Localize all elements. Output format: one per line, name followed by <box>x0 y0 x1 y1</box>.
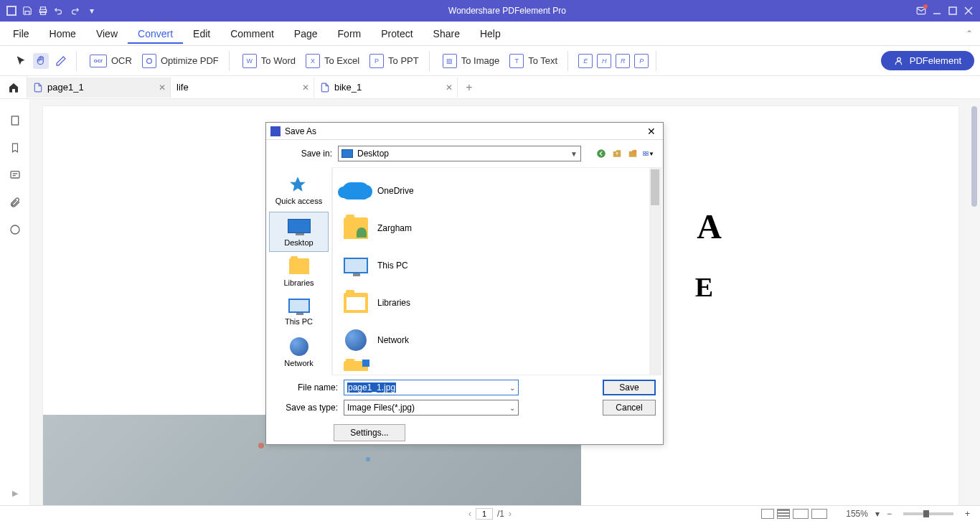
places-panel: Quick access Desktop Libraries This PC N… <box>266 167 332 375</box>
view-continuous-icon[interactable] <box>777 509 790 519</box>
file-item-libraries[interactable]: Libraries <box>337 284 656 321</box>
view-two-page-icon[interactable] <box>793 509 809 519</box>
minimize-icon[interactable] <box>930 4 944 18</box>
dialog-titlebar[interactable]: Save As ✕ <box>266 123 663 140</box>
view-single-icon[interactable] <box>761 509 774 519</box>
save-icon[interactable] <box>20 4 34 18</box>
chevron-down-icon[interactable]: ⌄ <box>509 384 515 392</box>
menu-file[interactable]: File <box>3 24 39 44</box>
expand-sidebar-icon[interactable]: ▶ <box>12 489 18 498</box>
to-rtf-icon[interactable]: R <box>616 54 630 68</box>
pdfelement-account-button[interactable]: PDFelement <box>881 51 974 70</box>
zoom-in-icon[interactable]: + <box>961 509 974 519</box>
next-page-icon[interactable]: › <box>509 509 512 519</box>
tab-close-icon[interactable]: ✕ <box>446 83 453 93</box>
to-word-button[interactable]: WTo Word <box>240 52 298 70</box>
place-network[interactable]: Network <box>269 332 329 372</box>
print-icon[interactable] <box>36 4 50 18</box>
to-excel-button[interactable]: XTo Excel <box>303 52 362 70</box>
menu-convert[interactable]: Convert <box>128 24 183 44</box>
close-window-icon[interactable] <box>961 4 976 18</box>
settings-button[interactable]: Settings... <box>334 424 405 441</box>
tab-label: page1_1 <box>47 82 84 93</box>
attachments-icon[interactable] <box>8 195 22 210</box>
mail-icon[interactable] <box>914 4 928 18</box>
svg-point-9 <box>147 58 152 63</box>
optimize-pdf-button[interactable]: Optimize PDF <box>139 52 222 70</box>
chevron-down-icon[interactable]: ⌄ <box>509 404 515 412</box>
search-panel-icon[interactable] <box>8 222 22 237</box>
back-nav-icon[interactable] <box>595 148 607 159</box>
view-grid-icon[interactable] <box>811 509 827 519</box>
home-tab-button[interactable] <box>0 76 27 99</box>
cancel-button[interactable]: Cancel <box>603 400 656 416</box>
tab-close-icon[interactable]: ✕ <box>159 83 166 93</box>
menu-protect[interactable]: Protect <box>371 24 423 44</box>
place-desktop[interactable]: Desktop <box>269 212 329 252</box>
menu-help[interactable]: Help <box>470 24 511 44</box>
zoom-slider[interactable] <box>903 512 953 515</box>
to-text-button[interactable]: TTo Text <box>507 52 560 70</box>
prev-page-icon[interactable]: ‹ <box>468 509 471 519</box>
file-item-this-pc[interactable]: This PC <box>337 247 656 284</box>
menu-home[interactable]: Home <box>39 24 86 44</box>
up-folder-icon[interactable] <box>611 148 623 159</box>
file-label: This PC <box>377 260 408 271</box>
to-ppt-button[interactable]: PTo PPT <box>367 52 422 70</box>
file-name-input[interactable]: page1_1.jpg ⌄ <box>344 380 519 395</box>
menu-view[interactable]: View <box>86 24 128 44</box>
quick-access-dropdown-icon[interactable]: ▾ <box>83 4 100 18</box>
menu-comment[interactable]: Comment <box>220 24 284 44</box>
tab-page1-1[interactable]: page1_1 ✕ <box>27 78 171 98</box>
view-menu-icon[interactable]: ▼ <box>643 148 654 159</box>
bookmarks-icon[interactable] <box>8 141 22 155</box>
zoom-dropdown-icon[interactable]: ▾ <box>875 509 880 519</box>
to-epub-icon[interactable]: E <box>578 54 593 68</box>
folder-icon <box>344 361 368 371</box>
svg-point-15 <box>11 225 19 234</box>
thumbnails-icon[interactable] <box>8 113 22 128</box>
menu-share[interactable]: Share <box>423 24 470 44</box>
hand-tool-icon[interactable] <box>33 53 49 69</box>
save-in-dropdown[interactable]: Desktop ▼ <box>338 146 581 161</box>
save-type-dropdown[interactable]: Image Files(*.jpg) ⌄ <box>344 400 519 416</box>
undo-icon[interactable] <box>52 4 66 18</box>
edit-tool-icon[interactable] <box>53 53 69 69</box>
file-item-user[interactable]: Zargham <box>337 210 656 247</box>
menu-edit[interactable]: Edit <box>183 24 220 44</box>
comments-icon[interactable] <box>8 168 22 182</box>
zoom-out-icon[interactable]: − <box>882 509 896 519</box>
maximize-icon[interactable] <box>946 4 960 18</box>
ocr-button[interactable]: ocrOCR <box>87 53 135 69</box>
to-other-icon[interactable]: P <box>634 54 649 68</box>
page-number-input[interactable] <box>476 508 493 520</box>
tab-life[interactable]: life ✕ <box>171 78 314 98</box>
menu-form[interactable]: Form <box>328 24 372 44</box>
save-type-label: Save as type: <box>273 403 338 413</box>
new-folder-icon[interactable] <box>627 148 639 159</box>
vertical-scrollbar[interactable] <box>971 106 977 207</box>
file-item-partial[interactable] <box>337 359 656 372</box>
redo-icon[interactable] <box>67 4 82 18</box>
select-tool-icon[interactable] <box>13 53 29 69</box>
file-label: Libraries <box>377 298 410 308</box>
place-this-pc[interactable]: This PC <box>269 294 329 331</box>
tab-bike-1[interactable]: bike_1 ✕ <box>314 78 458 98</box>
dialog-close-icon[interactable]: ✕ <box>644 126 659 137</box>
to-image-button[interactable]: ▧To Image <box>440 52 502 70</box>
to-html-icon[interactable]: H <box>597 54 611 68</box>
add-tab-button[interactable]: + <box>458 81 475 94</box>
file-list[interactable]: OneDrive Zargham This PC Libraries Netwo… <box>332 167 661 375</box>
menu-page[interactable]: Page <box>284 24 328 44</box>
save-button[interactable]: Save <box>603 380 656 395</box>
file-item-network[interactable]: Network <box>337 321 656 359</box>
tab-close-icon[interactable]: ✕ <box>302 83 309 93</box>
place-quick-access[interactable]: Quick access <box>269 170 329 210</box>
file-item-onedrive[interactable]: OneDrive <box>337 172 656 210</box>
onedrive-icon <box>342 182 369 200</box>
place-libraries[interactable]: Libraries <box>269 253 329 292</box>
to-image-label: To Image <box>461 55 499 66</box>
save-in-label: Save in: <box>275 149 332 159</box>
collapse-ribbon-icon[interactable]: ⌃ <box>966 29 973 39</box>
file-list-scrollbar[interactable] <box>649 168 661 375</box>
